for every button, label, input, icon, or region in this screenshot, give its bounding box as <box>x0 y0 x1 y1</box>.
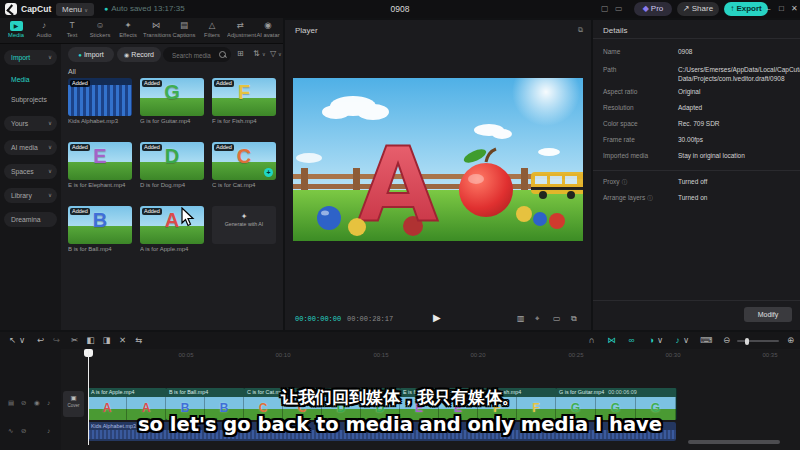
share-icon: ↗ <box>683 4 690 13</box>
auto-ripple-icon[interactable]: ⋈ <box>604 334 619 347</box>
sidebar-item-dreamina[interactable]: Dreamina <box>4 212 57 227</box>
keyboard-shortcuts-icon[interactable]: ⌨ <box>699 334 714 347</box>
menu-button[interactable]: Menu ∨ <box>56 3 94 16</box>
grid-view-icon[interactable]: ⊞ <box>237 49 244 58</box>
import-button[interactable]: ●Import <box>68 47 114 62</box>
split-icon[interactable]: ✂ <box>67 334 82 347</box>
sidebar-item-media[interactable]: Media <box>4 72 57 87</box>
tab-audio[interactable]: ♪Audio <box>30 20 58 38</box>
tab-effects[interactable]: ✦Effects <box>114 20 142 38</box>
media-item-video[interactable]: C Added + <box>212 142 276 180</box>
ratio-icon[interactable]: ▥ <box>517 314 525 323</box>
ruler-label: 00:35 <box>762 352 777 358</box>
maximize-button[interactable]: □ <box>779 4 784 13</box>
redo-icon[interactable]: ↪ <box>49 334 64 347</box>
zoom-slider[interactable] <box>737 340 779 342</box>
pro-button[interactable]: ◆Pro <box>634 2 672 16</box>
added-badge: Added <box>214 144 234 151</box>
audio-waveform <box>68 85 132 116</box>
sidebar-item-ai-media[interactable]: AI media∨ <box>4 140 57 155</box>
field-label: Proxyⓘ <box>603 178 627 186</box>
tab-text[interactable]: TText <box>58 20 86 38</box>
search-input[interactable] <box>170 48 222 62</box>
filter-icon[interactable]: ▽ <box>270 49 276 58</box>
chevron-down-icon[interactable]: ∨ <box>682 334 690 347</box>
import-dot-icon: ● <box>78 52 82 58</box>
media-item-name: A is for Apple.mp4 <box>140 246 206 252</box>
chevron-down-icon: ∨ <box>48 140 52 155</box>
filters-icon: △ <box>198 20 226 31</box>
sort-icon[interactable]: ⇅ <box>253 49 260 58</box>
trim-left-icon[interactable]: ◧ <box>83 334 98 347</box>
media-item-audio[interactable]: Added <box>68 78 132 116</box>
chevron-down-icon[interactable]: ∨ <box>18 334 26 347</box>
adjustment-icon: ⇄ <box>226 20 254 31</box>
audio-icon: ♪ <box>30 20 58 31</box>
magnet-icon[interactable]: ∩ <box>584 334 599 347</box>
quality-icon[interactable]: ▭ <box>553 314 561 323</box>
chevron-down-icon: ∨ <box>48 188 52 203</box>
tab-adjustment[interactable]: ⇄Adjustment <box>226 20 254 38</box>
sidebar-item-yours[interactable]: Yours∨ <box>4 116 57 131</box>
tab-transitions[interactable]: ⋈Transitions <box>142 20 170 38</box>
media-item-video[interactable]: E Added <box>68 142 132 180</box>
horizontal-scrollbar[interactable] <box>688 440 780 444</box>
chevron-down-icon[interactable]: ∨ <box>656 334 664 347</box>
link-icon[interactable]: ∞ <box>624 334 639 347</box>
media-item-name: F is for Fish.mp4 <box>212 118 278 124</box>
project-title: 0908 <box>300 4 500 14</box>
play-button[interactable]: ▶ <box>433 312 441 323</box>
field-label: Frame rate <box>603 136 635 143</box>
minimize-button[interactable]: – <box>766 4 770 13</box>
transitions-icon: ⋈ <box>142 20 170 31</box>
tab-stickers[interactable]: ☺Stickers <box>86 20 114 38</box>
layout-panel-icon[interactable]: ▭ <box>615 4 623 13</box>
close-button[interactable]: ✕ <box>791 4 798 13</box>
chevron-down-icon: ∨ <box>278 51 282 57</box>
field-label: Imported media <box>603 152 648 159</box>
undo-icon[interactable]: ↩ <box>33 334 48 347</box>
zoom-out-icon[interactable]: ⊖ <box>719 334 734 347</box>
added-badge: Added <box>142 80 162 87</box>
mirror-icon[interactable]: ⇆ <box>131 334 146 347</box>
generate-with-ai-card[interactable]: ✦ Generate with AI <box>212 206 276 244</box>
search-box[interactable] <box>163 47 231 62</box>
layout-toggle-icon[interactable]: ▢ <box>601 4 609 13</box>
titlebar: CapCut Menu ∨ ●Auto saved 13:17:35 0908 … <box>0 0 800 18</box>
tab-media[interactable]: ▶ Media <box>2 20 30 38</box>
record-button[interactable]: ◉Record <box>117 47 161 62</box>
sidebar-item-spaces[interactable]: Spaces∨ <box>4 164 57 179</box>
subtitle-chinese: 让我们回到媒体，我只有媒体。 <box>0 386 800 409</box>
media-item-video[interactable]: D Added <box>140 142 204 180</box>
filter-all-label[interactable]: All <box>68 68 76 75</box>
export-button[interactable]: ↑ Export <box>724 2 768 16</box>
fullscreen-icon[interactable]: ⧉ <box>571 314 577 324</box>
detach-player-icon[interactable]: ⧉ <box>578 26 583 34</box>
sidebar-item-import[interactable]: Import∨ <box>4 50 57 65</box>
zoom-slider-handle[interactable] <box>745 338 749 345</box>
zoom-in-icon[interactable]: ⊕ <box>783 334 798 347</box>
sidebar-item-library[interactable]: Library∨ <box>4 188 57 203</box>
media-item-video[interactable]: B Added <box>68 206 132 244</box>
tab-filters[interactable]: △Filters <box>198 20 226 38</box>
sparkle-icon: ✦ <box>212 212 276 221</box>
add-to-track-button[interactable]: + <box>264 168 273 177</box>
media-item-name: G is for Guitar.mp4 <box>140 118 206 124</box>
media-item-name: C is for Cat.mp4 <box>212 182 278 188</box>
ruler-label: 00:20 <box>470 352 485 358</box>
trim-right-icon[interactable]: ◨ <box>99 334 114 347</box>
tab-ai-avatar[interactable]: ◉AI avatar <box>254 20 282 38</box>
media-item-video[interactable]: F Added <box>212 78 276 116</box>
text-icon: T <box>58 20 86 31</box>
share-button[interactable]: ↗ Share <box>677 2 719 16</box>
chevron-down-icon: ∨ <box>48 50 52 65</box>
video-preview[interactable]: A <box>293 78 583 241</box>
added-badge: Added <box>70 208 90 215</box>
media-item-video[interactable]: G Added <box>140 78 204 116</box>
player-panel: Player ⧉ <box>285 20 591 330</box>
preview-snap-icon[interactable]: ⌖ <box>535 314 540 324</box>
sidebar-item-subprojects[interactable]: Subprojects <box>4 92 57 107</box>
modify-button[interactable]: Modify <box>744 307 792 322</box>
tab-captions[interactable]: ▤Captions <box>170 20 198 38</box>
delete-icon[interactable]: ✕ <box>115 334 130 347</box>
